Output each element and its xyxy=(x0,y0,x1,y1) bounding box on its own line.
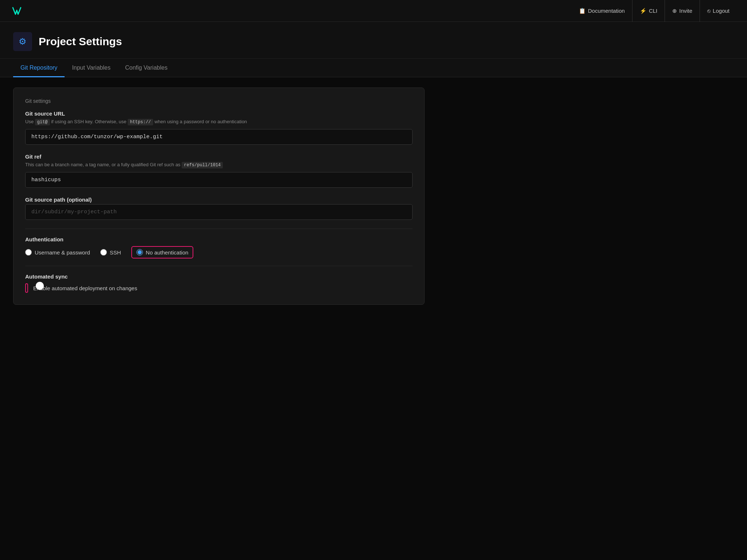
tab-input-variables[interactable]: Input Variables xyxy=(65,59,118,77)
git-source-path-input[interactable] xyxy=(25,204,413,220)
automated-sync-label: Automated sync xyxy=(25,273,413,280)
tabs: Git Repository Input Variables Config Va… xyxy=(0,59,747,77)
git-source-url-description: Use git@ if using an SSH key. Otherwise,… xyxy=(25,118,413,125)
page-header-icon: ⚙ xyxy=(13,32,32,51)
cli-label: CLI xyxy=(649,8,657,14)
radio-ssh-label: SSH xyxy=(110,249,121,256)
documentation-link[interactable]: 📋 Documentation xyxy=(572,0,632,22)
git-source-url-input[interactable] xyxy=(25,129,413,145)
toggle-container: Enable automated deployment on changes xyxy=(25,283,413,293)
documentation-icon: 📋 xyxy=(579,8,586,14)
page-title: Project Settings xyxy=(39,35,122,48)
divider-1 xyxy=(25,229,413,229)
git-ref-input[interactable] xyxy=(25,172,413,188)
page-header: ⚙ Project Settings xyxy=(0,22,747,59)
logout-icon: ⎋ xyxy=(707,8,711,14)
radio-no-authentication[interactable]: No authentication xyxy=(131,246,194,258)
logout-label: Logout xyxy=(713,8,729,14)
radio-ssh-input[interactable] xyxy=(100,249,107,256)
topnav-links: 📋 Documentation ⚡ CLI ⊕ Invite ⎋ Logout xyxy=(572,0,737,22)
description-middle: if using an SSH key. Otherwise, use xyxy=(51,119,128,124)
radio-no-authentication-label: No authentication xyxy=(146,249,189,256)
divider-2 xyxy=(25,266,413,266)
git-ref-description: This can be a branch name, a tag name, o… xyxy=(25,161,413,168)
git-ref-desc-prefix: This can be a branch name, a tag name, o… xyxy=(25,162,182,167)
automated-sync-section: Automated sync Enable automated deployme… xyxy=(25,273,413,293)
radio-username-password-input[interactable] xyxy=(25,249,32,256)
git-at-code: git@ xyxy=(35,119,50,125)
gear-icon: ⚙ xyxy=(19,36,27,47)
git-source-url-group: Git source URL Use git@ if using an SSH … xyxy=(25,110,413,145)
logo[interactable] xyxy=(10,4,23,18)
https-code: https:// xyxy=(128,119,153,125)
toggle-wrapper xyxy=(25,283,28,293)
authentication-radio-group: Username & password SSH No authenticatio… xyxy=(25,246,413,258)
logout-link[interactable]: ⎋ Logout xyxy=(700,0,737,22)
git-ref-group: Git ref This can be a branch name, a tag… xyxy=(25,153,413,188)
invite-link[interactable]: ⊕ Invite xyxy=(665,0,700,22)
tab-git-repository[interactable]: Git Repository xyxy=(13,59,65,77)
invite-icon: ⊕ xyxy=(672,8,677,14)
git-settings-section-title: Git settings xyxy=(25,98,413,104)
git-source-path-label: Git source path (optional) xyxy=(25,197,413,203)
authentication-section: Authentication Username & password SSH N… xyxy=(25,236,413,258)
topnav: 📋 Documentation ⚡ CLI ⊕ Invite ⎋ Logout xyxy=(0,0,747,22)
git-settings-card: Git settings Git source URL Use git@ if … xyxy=(13,88,425,305)
authentication-label: Authentication xyxy=(25,236,413,242)
radio-username-password-label: Username & password xyxy=(35,249,90,256)
documentation-label: Documentation xyxy=(588,8,625,14)
refs-pull-code: refs/pull/1014 xyxy=(182,162,223,168)
description-prefix: Use xyxy=(25,119,35,124)
tab-config-variables[interactable]: Config Variables xyxy=(118,59,175,77)
description-suffix: when using a password or no authenticati… xyxy=(154,119,247,124)
automated-sync-toggle-label: Enable automated deployment on changes xyxy=(33,285,137,291)
radio-ssh[interactable]: SSH xyxy=(100,249,121,256)
git-ref-label: Git ref xyxy=(25,153,413,160)
git-source-path-group: Git source path (optional) xyxy=(25,197,413,220)
radio-no-authentication-input[interactable] xyxy=(136,249,143,256)
git-source-url-label: Git source URL xyxy=(25,110,413,117)
cli-icon: ⚡ xyxy=(640,8,647,14)
main-content: Git settings Git source URL Use git@ if … xyxy=(0,77,438,315)
invite-label: Invite xyxy=(679,8,692,14)
radio-username-password[interactable]: Username & password xyxy=(25,249,90,256)
cli-link[interactable]: ⚡ CLI xyxy=(632,0,665,22)
